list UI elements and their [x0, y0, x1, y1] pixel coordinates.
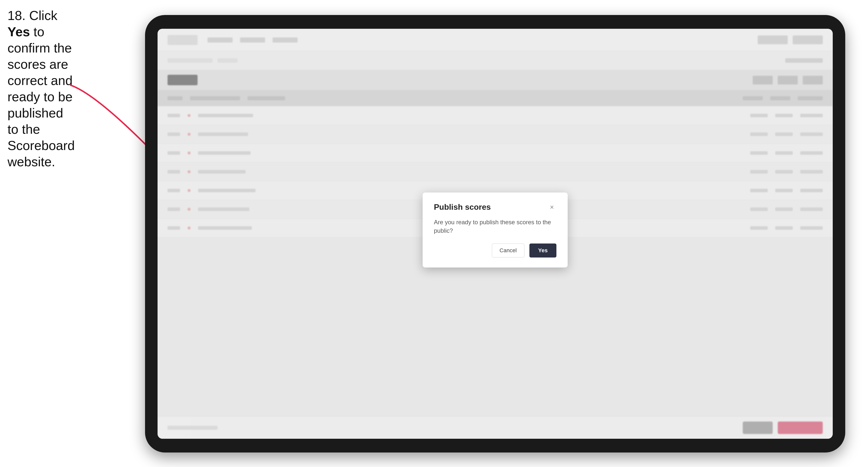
- modal-close-button[interactable]: ×: [548, 203, 556, 212]
- publish-scores-modal: Publish scores × Are you ready to publis…: [423, 192, 568, 268]
- instruction-text: 18. Click Yes to confirm the scores are …: [7, 7, 78, 170]
- instruction-bold: Yes: [7, 25, 30, 39]
- modal-cancel-button[interactable]: Cancel: [492, 244, 524, 257]
- instruction-part1: Click: [26, 8, 57, 23]
- modal-title: Publish scores: [434, 203, 491, 212]
- tablet-screen: Publish scores × Are you ready to publis…: [158, 29, 833, 439]
- tablet-device: Publish scores × Are you ready to publis…: [145, 15, 845, 453]
- modal-message: Are you ready to publish these scores to…: [434, 218, 556, 235]
- instruction-part2: to confirm the scores are correct and re…: [7, 25, 75, 169]
- step-number: 18.: [7, 8, 26, 23]
- modal-footer: Cancel Yes: [434, 244, 556, 257]
- modal-body: Are you ready to publish these scores to…: [434, 218, 556, 235]
- modal-header: Publish scores ×: [434, 203, 556, 212]
- modal-yes-button[interactable]: Yes: [529, 244, 556, 257]
